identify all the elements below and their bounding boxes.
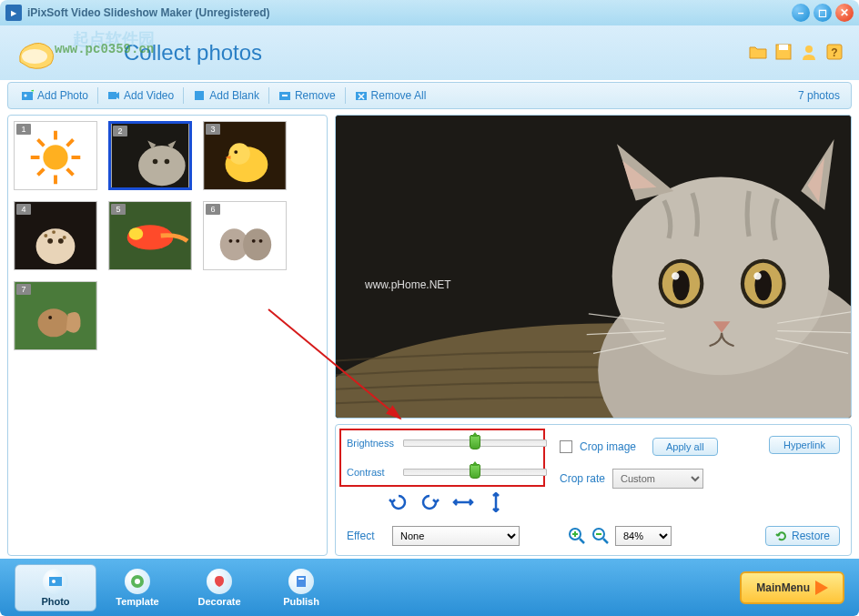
user-icon[interactable] (799, 42, 819, 62)
svg-point-3 (805, 45, 813, 53)
svg-point-34 (47, 238, 53, 244)
add-photo-button[interactable]: + Add Photo (14, 86, 96, 105)
add-video-label: Add Video (124, 89, 174, 102)
help-icon[interactable]: ? (824, 42, 844, 62)
maximize-button[interactable]: ◻ (814, 4, 832, 22)
svg-point-30 (228, 143, 249, 164)
svg-point-31 (234, 150, 237, 154)
flip-vertical-button[interactable] (484, 492, 508, 512)
zoom-out-icon[interactable] (591, 527, 610, 545)
controls-panel: Brightness Contrast (335, 424, 852, 556)
svg-point-38 (52, 230, 56, 234)
svg-point-79 (52, 580, 56, 583)
crop-rate-select[interactable]: Custom (612, 469, 703, 489)
remove-all-label: Remove All (371, 89, 427, 102)
effect-select[interactable]: None (392, 526, 520, 546)
thumbnail-4[interactable]: 4 (14, 201, 97, 270)
nav-template-label: Template (116, 596, 158, 607)
svg-rect-83 (298, 578, 304, 580)
remove-all-button[interactable]: Remove All (348, 86, 434, 105)
add-blank-icon (193, 89, 206, 102)
thumbnail-7[interactable]: 7 (14, 281, 97, 350)
svg-point-81 (135, 579, 140, 584)
hyperlink-button[interactable]: Hyperlink (769, 436, 840, 454)
minimize-button[interactable]: – (792, 4, 810, 22)
svg-rect-12 (282, 95, 288, 96)
nav-decorate[interactable]: Decorate (178, 565, 260, 611)
thumb-number: 4 (16, 204, 31, 215)
menu-arrow-icon (815, 581, 828, 595)
thumbnail-1[interactable]: 1 (14, 121, 97, 190)
save-icon[interactable] (773, 42, 793, 62)
svg-text:?: ? (831, 46, 837, 59)
thumb-number: 6 (206, 204, 220, 215)
svg-point-50 (38, 308, 70, 337)
window-title: iPixSoft Video Slideshow Maker (Unregist… (27, 6, 792, 19)
rotate-left-button[interactable] (386, 492, 409, 512)
zoom-select[interactable]: 84% (615, 526, 672, 546)
svg-point-46 (236, 239, 239, 243)
remove-button[interactable]: Remove (271, 86, 343, 105)
svg-point-37 (63, 236, 66, 239)
svg-point-27 (165, 159, 170, 165)
svg-line-71 (580, 539, 584, 543)
thumbnail-3[interactable]: 3 (203, 121, 287, 190)
add-video-icon (107, 89, 120, 102)
thumb-number: 1 (16, 124, 31, 135)
svg-point-63 (753, 272, 761, 279)
nav-decorate-label: Decorate (197, 596, 240, 607)
remove-label: Remove (295, 89, 336, 102)
main-menu-label: MainMenu (756, 581, 810, 594)
svg-line-75 (603, 539, 608, 543)
rotate-right-button[interactable] (419, 492, 442, 512)
add-photo-label: Add Photo (37, 89, 88, 102)
svg-point-35 (58, 238, 64, 244)
restore-icon (775, 530, 788, 542)
svg-rect-2 (779, 45, 788, 50)
svg-point-0 (22, 49, 47, 64)
thumb-number: 3 (206, 124, 220, 135)
contrast-slider[interactable] (403, 469, 547, 476)
overlay-url: www.pc0359.cn (55, 42, 154, 56)
thumbnail-2[interactable]: 2 (108, 121, 192, 190)
crop-image-checkbox[interactable] (560, 440, 572, 453)
nav-publish[interactable]: Publish (260, 565, 342, 611)
header: 起点软件园 www.pc0359.cn Collect photos ? (0, 25, 859, 80)
svg-point-45 (228, 239, 232, 243)
apply-all-button[interactable]: Apply all (652, 438, 718, 456)
nav-photo[interactable]: Photo (15, 564, 96, 611)
svg-point-62 (672, 272, 679, 279)
thumb-number: 2 (113, 126, 127, 136)
preview-panel: www.pHome.NET (335, 115, 852, 419)
zoom-in-icon[interactable] (568, 527, 586, 545)
brightness-slider[interactable] (403, 439, 547, 447)
close-button[interactable]: ✕ (835, 4, 854, 22)
svg-point-51 (48, 316, 52, 319)
svg-point-15 (43, 145, 67, 169)
svg-point-44 (243, 228, 271, 260)
svg-point-41 (129, 227, 144, 240)
app-logo (15, 31, 58, 75)
title-bar: ▶ iPixSoft Video Slideshow Maker (Unregi… (0, 0, 859, 25)
add-blank-button[interactable]: Add Blank (186, 86, 267, 105)
publish-nav-icon (288, 569, 314, 594)
main-menu-button[interactable]: MainMenu (740, 571, 844, 604)
thumbnail-5[interactable]: 5 (108, 201, 192, 270)
remove-icon (278, 89, 291, 102)
flip-horizontal-button[interactable] (451, 492, 475, 512)
open-folder-icon[interactable] (748, 42, 768, 62)
svg-point-55 (612, 177, 830, 375)
svg-rect-10 (195, 91, 204, 100)
photo-nav-icon (43, 569, 68, 594)
contrast-label: Contrast (347, 467, 403, 478)
thumbnail-6[interactable]: 6 (203, 201, 287, 270)
add-video-button[interactable]: Add Video (100, 86, 181, 105)
add-blank-label: Add Blank (209, 89, 259, 102)
effect-label: Effect (347, 530, 383, 542)
nav-template[interactable]: Template (96, 565, 178, 611)
svg-text:+: + (31, 89, 34, 97)
brightness-label: Brightness (347, 438, 403, 449)
restore-button[interactable]: Restore (765, 526, 840, 546)
svg-point-33 (36, 228, 76, 264)
decorate-nav-icon (207, 569, 232, 594)
